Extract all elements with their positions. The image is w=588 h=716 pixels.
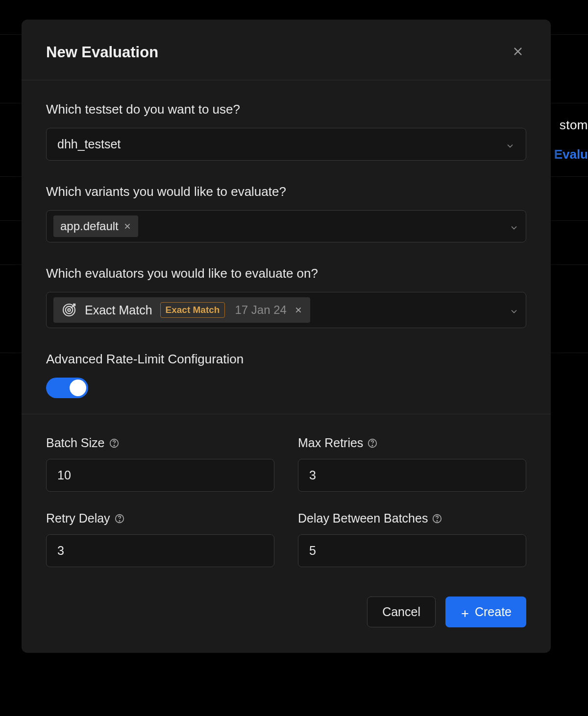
testset-select[interactable]: dhh_testset (46, 128, 526, 161)
close-button[interactable] (510, 43, 526, 61)
testset-value: dhh_testset (57, 137, 121, 151)
retry-delay-input[interactable] (46, 534, 274, 567)
create-button-label: Create (475, 605, 512, 619)
batch-size-input[interactable] (46, 459, 274, 492)
svg-point-17 (437, 520, 438, 521)
svg-point-15 (119, 520, 120, 521)
chip-remove-button[interactable] (123, 222, 131, 230)
variants-label: Which variants you would like to evaluat… (46, 184, 526, 199)
chevron-down-icon (505, 140, 515, 149)
retry-delay-label: Retry Delay (46, 511, 274, 525)
cancel-button[interactable]: Cancel (367, 597, 436, 627)
modal-header: New Evaluation (22, 20, 551, 80)
help-icon[interactable] (109, 438, 120, 449)
help-icon[interactable] (432, 513, 442, 524)
create-button[interactable]: Create (445, 597, 526, 627)
batch-size-label: Batch Size (46, 436, 274, 450)
chip-remove-button[interactable] (294, 306, 302, 314)
background-link-text: Evalu (554, 147, 588, 162)
evaluator-date: 17 Jan 24 (235, 303, 286, 317)
divider (22, 414, 551, 414)
variants-select[interactable]: app.default (46, 210, 526, 242)
help-icon[interactable] (367, 438, 378, 449)
svg-point-11 (114, 445, 114, 445)
close-icon (513, 46, 523, 58)
evaluator-type-badge: Exact Match (160, 302, 225, 318)
advanced-config-label: Advanced Rate-Limit Configuration (46, 352, 526, 367)
svg-point-6 (68, 309, 70, 311)
variant-chip: app.default (53, 215, 138, 237)
svg-point-13 (372, 445, 373, 445)
modal-title: New Evaluation (46, 44, 158, 61)
plus-icon (460, 607, 470, 617)
new-evaluation-modal: New Evaluation Which testset do you want… (22, 20, 551, 653)
help-icon[interactable] (114, 513, 125, 524)
variant-chip-label: app.default (60, 219, 119, 233)
delay-between-batches-input[interactable] (298, 534, 526, 567)
chevron-down-icon (509, 305, 519, 315)
evaluators-select[interactable]: Exact Match Exact Match 17 Jan 24 (46, 292, 526, 328)
max-retries-input[interactable] (298, 459, 526, 492)
evaluator-name: Exact Match (85, 303, 152, 317)
delay-between-batches-label: Delay Between Batches (298, 511, 526, 525)
evaluators-label: Which evaluators you would like to evalu… (46, 266, 526, 281)
background-text: stom (560, 118, 588, 133)
evaluator-chip: Exact Match Exact Match 17 Jan 24 (53, 297, 310, 323)
testset-label: Which testset do you want to use? (46, 102, 526, 117)
chevron-down-icon (509, 221, 519, 231)
max-retries-label: Max Retries (298, 436, 526, 450)
advanced-toggle[interactable] (46, 378, 88, 398)
target-icon (61, 302, 77, 318)
